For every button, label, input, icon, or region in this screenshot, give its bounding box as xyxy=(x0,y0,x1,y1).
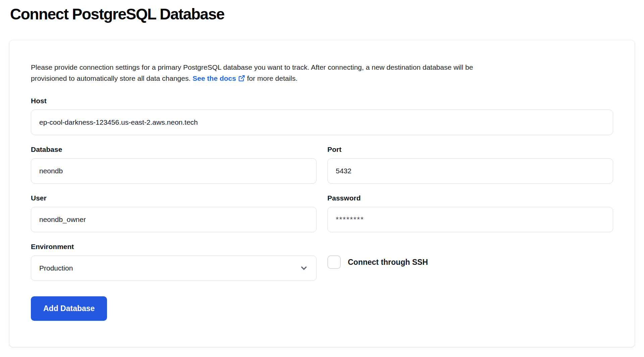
database-port-row: Database Port xyxy=(31,145,613,184)
connection-form-card: Please provide connection settings for a… xyxy=(9,40,635,347)
ssh-checkbox-row[interactable]: Connect through SSH xyxy=(327,242,613,269)
ssh-checkbox[interactable] xyxy=(327,255,341,269)
user-password-row: User Password xyxy=(31,194,613,232)
description-line-2-tail: for more details. xyxy=(245,74,298,82)
page-title: Connect PostgreSQL Database xyxy=(10,5,644,23)
ssh-checkbox-label: Connect through SSH xyxy=(348,258,428,267)
connect-database-page: Connect PostgreSQL Database Please provi… xyxy=(0,0,644,357)
environment-selected-value: Production xyxy=(39,264,73,272)
chevron-down-icon xyxy=(300,264,308,273)
form-description: Please provide connection settings for a… xyxy=(31,62,613,84)
password-input[interactable] xyxy=(327,207,613,232)
description-line-2: provisioned to automatically store all d… xyxy=(31,73,613,84)
database-field: Database xyxy=(31,145,317,184)
host-label: Host xyxy=(31,97,613,105)
database-input[interactable] xyxy=(31,158,317,184)
environment-select[interactable]: Production xyxy=(31,255,317,281)
external-link-icon xyxy=(238,75,245,82)
host-input[interactable] xyxy=(31,110,613,135)
environment-field: Environment Production xyxy=(31,242,317,281)
user-label: User xyxy=(31,194,317,202)
port-field: Port xyxy=(327,145,613,184)
environment-ssh-row: Environment Production Connect through S… xyxy=(31,242,613,281)
see-the-docs-label: See the docs xyxy=(193,74,236,82)
user-field: User xyxy=(31,194,317,232)
see-the-docs-link[interactable]: See the docs xyxy=(193,74,245,82)
environment-label: Environment xyxy=(31,242,317,251)
add-database-button[interactable]: Add Database xyxy=(31,296,107,321)
port-input[interactable] xyxy=(327,158,613,184)
port-label: Port xyxy=(327,145,613,154)
description-line-2-text: provisioned to automatically store all d… xyxy=(31,74,193,82)
host-field: Host xyxy=(31,97,613,135)
user-input[interactable] xyxy=(31,207,317,232)
password-field: Password xyxy=(327,194,613,232)
password-label: Password xyxy=(327,194,613,202)
description-line-1: Please provide connection settings for a… xyxy=(31,62,613,73)
database-label: Database xyxy=(31,145,317,154)
